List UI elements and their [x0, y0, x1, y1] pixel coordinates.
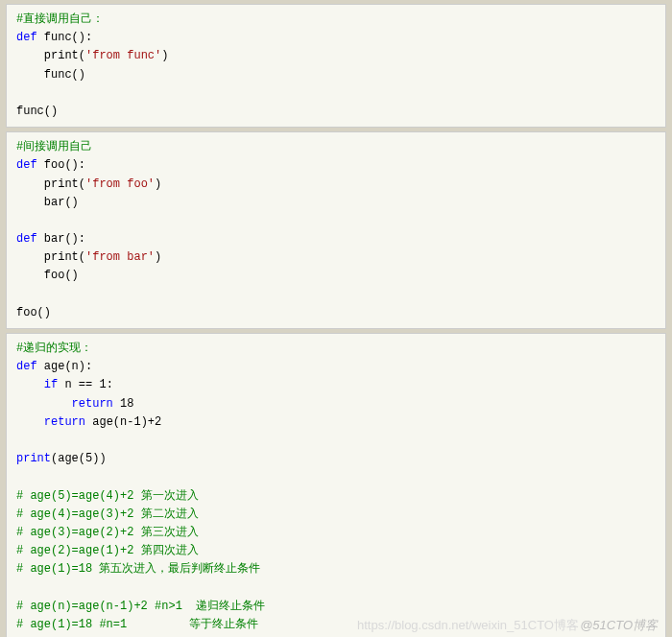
code-text: func(): [16, 68, 85, 82]
code-text: ): [155, 177, 161, 191]
code-text: [16, 397, 72, 411]
code-text: print(: [16, 250, 85, 264]
comment-line: # age(3)=age(2)+2 第三次进入: [16, 526, 199, 539]
watermark-text: @51CTO博客: [580, 616, 658, 636]
code-text: [16, 378, 44, 391]
comment-line: # age(2)=age(1)+2 第四次进入: [16, 544, 199, 557]
code-text: foo(): [16, 306, 51, 319]
comment-line: #递归的实现：: [16, 342, 92, 355]
keyword-return: return: [72, 397, 113, 411]
code-text: (age(5)): [51, 452, 107, 465]
code-text: age(n):: [37, 360, 93, 373]
comment-line: #间接调用自己: [16, 140, 92, 153]
code-text: func():: [37, 31, 93, 44]
code-text: print(: [16, 49, 85, 62]
keyword-def: def: [16, 360, 37, 373]
comment-line: # age(1)=18 第五次进入，最后判断终止条件: [16, 562, 260, 576]
code-text: print(: [16, 177, 85, 191]
code-text: foo():: [37, 158, 85, 172]
keyword-def: def: [16, 232, 37, 246]
keyword-def: def: [16, 31, 37, 44]
string-literal: 'from foo': [85, 177, 155, 191]
keyword-def: def: [16, 158, 37, 172]
code-text: bar():: [37, 232, 85, 246]
watermark-url: https://blog.csdn.net/weixin_51CTO博客: [357, 616, 579, 636]
code-text: [16, 415, 44, 429]
comment-line: # age(5)=age(4)+2 第一次进入: [16, 489, 199, 503]
code-text: ): [155, 250, 161, 264]
code-text: foo(): [16, 269, 79, 282]
code-text: 18: [113, 397, 134, 411]
keyword-if: if: [44, 378, 58, 391]
comment-line: # age(n)=age(n-1)+2 #n>1 递归终止条件: [16, 600, 265, 613]
code-block-1: #直接调用自己： def func(): print('from func') …: [6, 4, 666, 128]
code-text: age(n-1)+2: [85, 415, 161, 429]
code-block-2: #间接调用自己 def foo(): print('from foo') bar…: [6, 131, 666, 329]
string-literal: 'from func': [85, 49, 161, 62]
comment-line: # age(1)=18 #n=1 等于终止条件: [16, 618, 258, 631]
string-literal: 'from bar': [85, 250, 155, 264]
code-text: n == 1:: [58, 378, 113, 391]
keyword-return: return: [44, 415, 85, 429]
keyword-print: print: [16, 452, 51, 465]
code-text: func(): [16, 105, 58, 118]
comment-line: #直接调用自己：: [16, 12, 104, 26]
code-block-3: #递归的实现： def age(n): if n == 1: return 18…: [6, 333, 666, 637]
comment-line: # age(4)=age(3)+2 第二次进入: [16, 507, 199, 521]
code-text: bar(): [16, 196, 79, 209]
code-text: ): [161, 49, 168, 62]
